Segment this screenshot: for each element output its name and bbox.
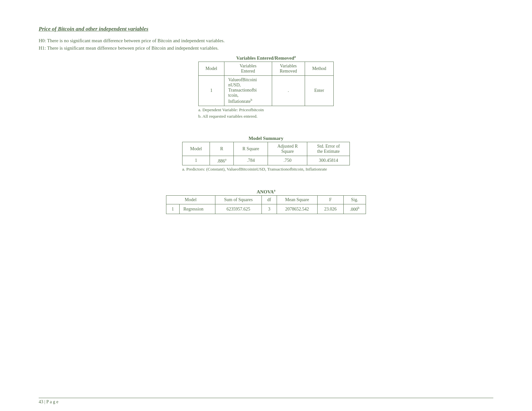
var-col-method: Method xyxy=(305,62,333,76)
ms-footnote-a: a. Predictors: (Constant), ValueofBitcoi… xyxy=(182,167,350,172)
anova-col-model: Model xyxy=(166,196,215,204)
anova-title: ANOVA xyxy=(257,189,274,194)
ms-row-r: .886a xyxy=(210,156,233,165)
var-col-removed: VariablesRemoved xyxy=(272,62,305,76)
anova-row-df: 3 xyxy=(262,204,277,214)
anova-row-mean: 2078652.542 xyxy=(277,204,317,214)
var-footnote-b: b. All requested variables entered. xyxy=(198,114,334,119)
anova-row-f: 23.026 xyxy=(317,204,343,214)
page-title: Price of Bitcoin and other independent v… xyxy=(39,26,148,32)
ms-row-adjrsq: .750 xyxy=(268,156,307,165)
anova-col-mean: Mean Square xyxy=(277,196,317,204)
anova-row-type: Regression xyxy=(179,204,215,214)
anova-col-sum: Sum of Squares xyxy=(215,196,262,204)
ms-row-model: 1 xyxy=(182,156,210,165)
anova-col-f: F xyxy=(317,196,343,204)
anova-row-sig: .000b xyxy=(343,204,366,214)
hypothesis-h0: H0: There is no significant mean differe… xyxy=(39,38,493,44)
variables-table-title-superscript: a xyxy=(294,55,296,58)
anova-row-model: 1 xyxy=(166,204,180,214)
hypothesis-h1: H1: There is significant mean difference… xyxy=(39,45,493,51)
ms-col-stderr: Std. Error ofthe Estimate xyxy=(307,142,350,156)
model-summary-table: Model R R Square Adjusted RSquare Std. E… xyxy=(182,142,350,166)
ms-col-r: R xyxy=(210,142,233,156)
table-row: 1 Regression 6235957.625 3 2078652.542 2… xyxy=(166,204,366,214)
anova-col-sig: Sig. xyxy=(343,196,366,204)
ms-col-model: Model xyxy=(182,142,210,156)
anova-col-df: df xyxy=(262,196,277,204)
table-row: 1 ValueofBitcoininUSD,Transactionofbitco… xyxy=(199,76,334,106)
var-row-model: 1 xyxy=(199,76,224,106)
var-row-entered: ValueofBitcoininUSD,Transactionofbitcoin… xyxy=(224,76,272,106)
ms-col-rsq: R Square xyxy=(234,142,268,156)
var-col-entered: VariablesEntered xyxy=(224,62,272,76)
var-col-model: Model xyxy=(199,62,224,76)
var-row-removed: . xyxy=(272,76,305,106)
ms-col-adjrsq: Adjusted RSquare xyxy=(268,142,307,156)
variables-entered-removed-table: Model VariablesEntered VariablesRemoved … xyxy=(198,62,334,106)
variables-table-title: Variables Entered/Removed xyxy=(236,55,294,61)
page-number: 43 | P a g e xyxy=(39,399,58,404)
anova-title-superscript: a xyxy=(274,189,275,192)
ms-row-stderr: 300.45814 xyxy=(307,156,350,165)
var-row-method: Enter xyxy=(305,76,333,106)
var-footnote-a: a. Dependent Variable: Priceofbitcoin xyxy=(198,107,334,113)
anova-table: Model Sum of Squares df Mean Square F Si… xyxy=(166,195,366,214)
model-summary-title: Model Summary xyxy=(249,136,283,141)
ms-row-rsq: .784 xyxy=(234,156,268,165)
table-row: 1 .886a .784 .750 300.45814 xyxy=(182,156,350,165)
anova-row-sum: 6235957.625 xyxy=(215,204,262,214)
